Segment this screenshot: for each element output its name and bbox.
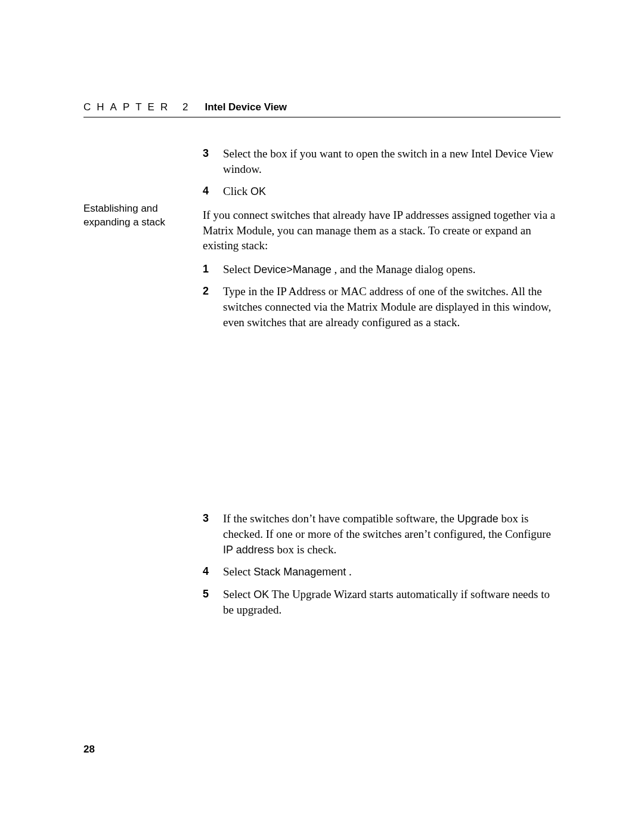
text-prefix: Select [223, 588, 253, 600]
chapter-title: Intel Device View [205, 101, 287, 113]
step-text: If the switches don’t have compatible so… [223, 511, 561, 557]
main-content: 3 Select the box if you want to open the… [203, 146, 561, 625]
step-number: 2 [203, 284, 223, 298]
step-text: Select OK The Upgrade Wizard starts auto… [223, 587, 561, 617]
ui-label: OK [253, 589, 269, 600]
step-number: 5 [203, 587, 223, 601]
step-number: 4 [203, 184, 223, 198]
sidebar: Establishing and expanding a stack [83, 146, 203, 625]
step-4b: 4 Select Stack Management . [203, 564, 561, 580]
step-text: Select Stack Management . [223, 564, 561, 580]
ui-label: IP address [223, 544, 274, 556]
text-pre: If the switches don’t have compatible so… [223, 512, 457, 525]
step-3: 3 Select the box if you want to open the… [203, 146, 561, 176]
step-text: Select Device>Manage , and the Manage di… [223, 262, 561, 277]
chapter-label: CHAPTER 2 [83, 101, 194, 113]
step-number: 3 [203, 511, 223, 525]
figure-placeholder [203, 338, 561, 511]
step-4: 4 Click OK [203, 184, 561, 199]
top-steps-list: 3 Select the box if you want to open the… [203, 146, 561, 199]
text-prefix: Click [223, 185, 250, 197]
step-number: 4 [203, 564, 223, 578]
text-prefix: Select [223, 263, 253, 275]
text-suffix: , and the Manage dialog opens. [332, 263, 476, 275]
ui-label: Upgrade [457, 513, 499, 525]
step-3b: 3 If the switches don’t have compatible … [203, 511, 561, 557]
step-number: 1 [203, 262, 223, 276]
step-text: Type in the IP Address or MAC address of… [223, 284, 561, 330]
step-2: 2 Type in the IP Address or MAC address … [203, 284, 561, 330]
step-1: 1 Select Device>Manage , and the Manage … [203, 262, 561, 277]
ui-label: Device>Manage [253, 264, 332, 275]
text-post: box is check. [274, 543, 336, 556]
page: CHAPTER 2 Intel Device View Establishing… [0, 0, 644, 833]
running-head: CHAPTER 2 Intel Device View [83, 101, 561, 117]
mid-steps-list: 1 Select Device>Manage , and the Manage … [203, 262, 561, 330]
step-text: Select the box if you want to open the s… [223, 146, 561, 176]
ui-label: OK [250, 185, 266, 197]
ui-label: Stack Management [253, 566, 346, 578]
text-suffix: . [346, 565, 352, 578]
step-5b: 5 Select OK The Upgrade Wizard starts au… [203, 587, 561, 617]
intro-paragraph: If you connect switches that already hav… [203, 208, 561, 253]
bottom-steps-list: 3 If the switches don’t have compatible … [203, 511, 561, 617]
text-suffix: The Upgrade Wizard starts automatically … [223, 588, 550, 616]
text-prefix: Select [223, 565, 253, 578]
page-number: 28 [83, 744, 95, 755]
step-number: 3 [203, 146, 223, 160]
step-text: Click OK [223, 184, 561, 199]
body-area: Establishing and expanding a stack 3 Sel… [83, 146, 561, 625]
section-heading: Establishing and expanding a stack [83, 202, 203, 230]
